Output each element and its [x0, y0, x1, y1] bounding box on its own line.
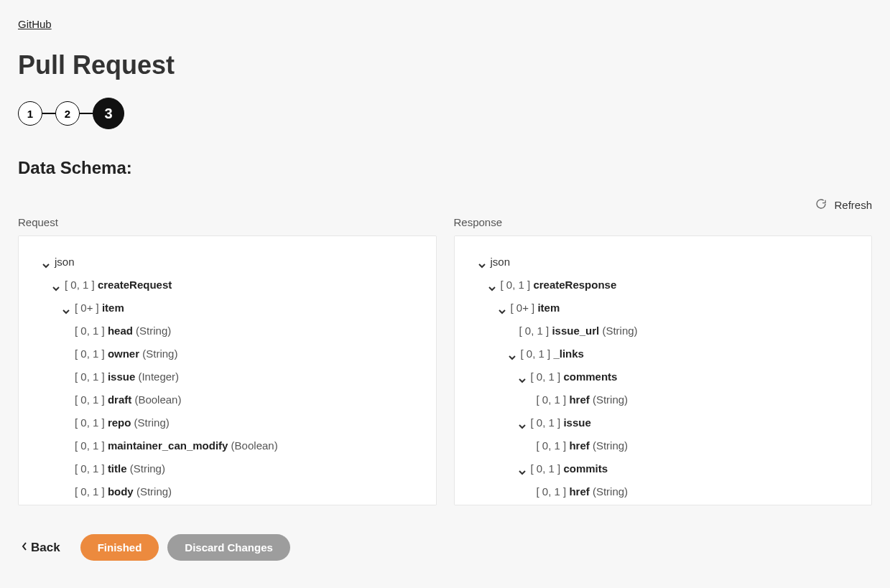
tree-node-leaf[interactable]: [ 0, 1 ] issue_url (String): [469, 319, 858, 342]
tree-node-label: [ 0, 1 ] repo (String): [75, 414, 170, 431]
tree-node-leaf[interactable]: [ 0, 1 ] repo (String): [33, 411, 422, 434]
tree-node-leaf[interactable]: [ 0, 1 ] head (String): [33, 319, 422, 342]
stepper: 1 2 3: [18, 98, 872, 129]
tree-node-item[interactable]: [ 0+ ] item: [33, 297, 422, 319]
finished-button[interactable]: Finished: [80, 534, 159, 561]
tree-node-label: [ 0, 1 ] comments: [531, 368, 618, 386]
tree-node-group[interactable]: [ 0, 1 ] comments: [469, 365, 858, 388]
tree-node-label: [ 0, 1 ] createResponse: [501, 276, 617, 294]
back-label: Back: [31, 541, 60, 555]
tree-node-leaf[interactable]: [ 0, 1 ] href (String): [469, 388, 858, 411]
tree-node-group[interactable]: [ 0, 1 ] issue: [469, 411, 858, 434]
response-panel-label: Response: [454, 216, 873, 228]
chevron-down-icon[interactable]: [518, 419, 527, 427]
tree-node-leaf[interactable]: [ 0, 1 ] href (String): [469, 480, 858, 503]
discard-button[interactable]: Discard Changes: [167, 534, 290, 561]
chevron-left-icon: [21, 541, 28, 555]
tree-node-leaf[interactable]: [ 0, 1 ] draft (Boolean): [33, 388, 422, 411]
tree-node-leaf[interactable]: [ 0, 1 ] base (String): [33, 503, 422, 505]
tree-node-wrapper[interactable]: [ 0, 1 ] createResponse: [469, 274, 858, 297]
tree-node-label: [ 0, 1 ] body (String): [75, 483, 172, 500]
tree-node-label: [ 0+ ] item: [511, 299, 560, 317]
tree-node-root[interactable]: json: [33, 251, 422, 274]
tree-node-label: [ 0, 1 ] href (String): [537, 391, 629, 409]
breadcrumb-link-github[interactable]: GitHub: [18, 18, 52, 30]
tree-node-label: [ 0, 1 ] href (String): [537, 437, 629, 454]
tree-node-leaf[interactable]: [ 0, 1 ] body (String): [33, 480, 422, 503]
chevron-down-icon[interactable]: [478, 258, 486, 266]
chevron-down-icon[interactable]: [488, 281, 496, 289]
chevron-down-icon[interactable]: [518, 465, 527, 473]
chevron-down-icon[interactable]: [508, 350, 516, 358]
refresh-button[interactable]: Refresh: [815, 198, 872, 212]
tree-node-leaf[interactable]: [ 0, 1 ] maintainer_can_modify (Boolean): [33, 434, 422, 457]
tree-node-label: [ 0, 1 ] head (String): [75, 322, 171, 340]
tree-node-leaf[interactable]: [ 0, 1 ] owner (String): [33, 342, 422, 365]
step-connector: [42, 113, 55, 114]
chevron-down-icon[interactable]: [518, 373, 527, 381]
step-1[interactable]: 1: [18, 101, 42, 126]
chevron-down-icon[interactable]: [52, 281, 60, 289]
tree-node-links[interactable]: [ 0, 1 ] _links: [469, 342, 858, 365]
tree-node-label: [ 0, 1 ] issue: [531, 414, 591, 431]
tree-node-label: [ 0, 1 ] owner (String): [75, 345, 177, 363]
tree-node-label: [ 0, 1 ] issue (Integer): [75, 368, 179, 386]
response-panel[interactable]: json [ 0, 1 ] createResponse [ 0+ ] item…: [454, 235, 873, 505]
tree-node-label: [ 0+ ] item: [75, 299, 124, 317]
refresh-icon: [815, 198, 827, 212]
tree-node-leaf[interactable]: [ 0, 1 ] issue (Integer): [33, 365, 422, 388]
tree-node-group[interactable]: [ 0, 1 ] commits: [469, 457, 858, 480]
section-heading: Data Schema:: [18, 158, 872, 178]
tree-node-label: [ 0, 1 ] maintainer_can_modify (Boolean): [75, 437, 278, 454]
request-panel-label: Request: [18, 216, 437, 228]
tree-node-label: [ 0, 1 ] title (String): [75, 460, 165, 477]
tree-node-label: [ 0, 1 ] _links: [521, 345, 584, 363]
tree-node-item[interactable]: [ 0+ ] item: [469, 297, 858, 319]
tree-node-leaf[interactable]: [ 0, 1 ] href (String): [469, 434, 858, 457]
tree-node-label: json: [491, 253, 511, 271]
back-button[interactable]: Back: [18, 535, 72, 561]
page-title: Pull Request: [18, 50, 872, 80]
tree-node-label: [ 0, 1 ] draft (Boolean): [75, 391, 181, 409]
step-3[interactable]: 3: [93, 98, 124, 129]
step-connector: [80, 113, 93, 114]
tree-node-label: [ 0, 1 ] createRequest: [65, 276, 172, 294]
tree-node-root[interactable]: json: [469, 251, 858, 274]
tree-node-wrapper[interactable]: [ 0, 1 ] createRequest: [33, 274, 422, 297]
chevron-down-icon[interactable]: [62, 304, 70, 312]
footer-actions: Back Finished Discard Changes: [18, 534, 872, 561]
request-panel[interactable]: json [ 0, 1 ] createRequest [ 0+ ] item …: [18, 235, 437, 505]
tree-node-label: [ 0, 1 ] commits: [531, 460, 608, 477]
chevron-down-icon[interactable]: [42, 258, 50, 266]
breadcrumb: GitHub: [18, 18, 872, 30]
tree-node-label: json: [55, 253, 75, 271]
refresh-label: Refresh: [834, 199, 872, 211]
tree-node-label: [ 0, 1 ] href (String): [537, 483, 629, 500]
tree-node-label: [ 0, 1 ] issue_url (String): [519, 322, 638, 340]
step-2[interactable]: 2: [55, 101, 80, 126]
chevron-down-icon[interactable]: [498, 304, 506, 312]
tree-node-leaf[interactable]: [ 0, 1 ] title (String): [33, 457, 422, 480]
